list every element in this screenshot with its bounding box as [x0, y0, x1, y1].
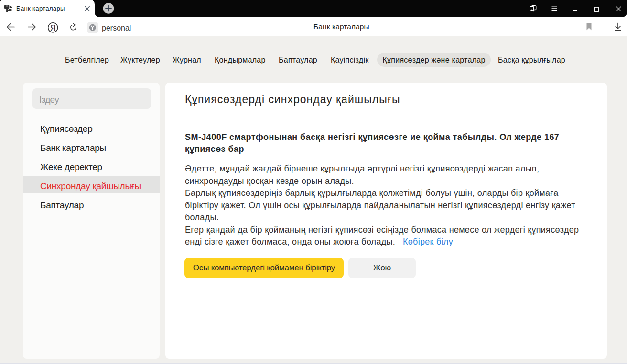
- svg-text:Я: Я: [50, 23, 55, 32]
